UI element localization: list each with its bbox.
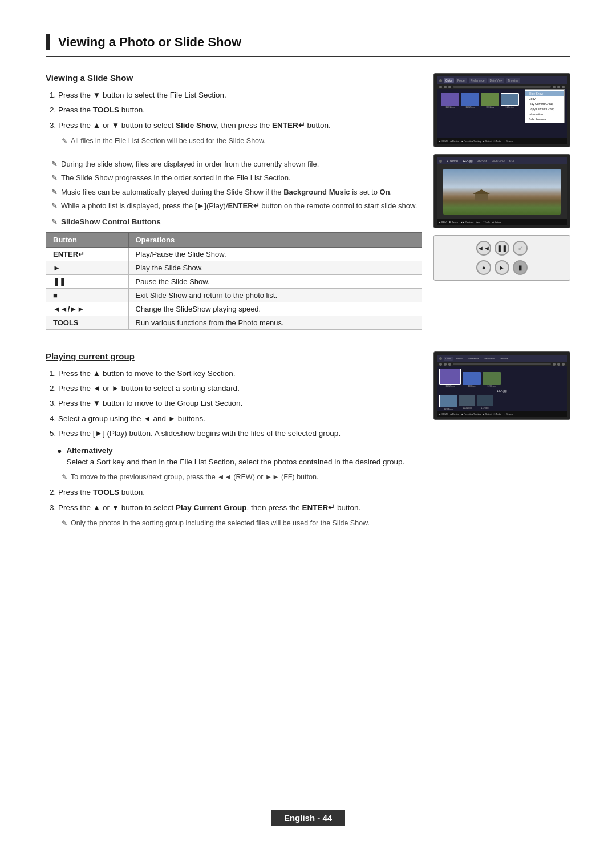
note1-text: During the slide show, files are display… (61, 159, 422, 170)
footer-badge: English - 44 (271, 810, 345, 826)
ss-bottom-item1: ■ HOME (439, 140, 448, 143)
slideshow-control-text: SlideShow Control Buttons (61, 216, 161, 228)
table-row: ■ Exit Slide Show and return to the phot… (46, 288, 422, 302)
ss-bottom-item3: ■ Favorites/Sorting (461, 140, 481, 143)
table-cell-op: Pause the Slide Show. (128, 274, 422, 288)
table-cell-op: Play the Slide Show. (128, 261, 422, 274)
ss-bottom-bar: ■ HOME ■ Device ■ Favorites/Sorting ■ Se… (437, 138, 567, 144)
table-cell-op: Play/Pause the Slide Show. (128, 247, 422, 261)
table-cell-btn: ❚❚ (46, 274, 129, 288)
section2-content: Playing current group Press the ▲ button… (46, 351, 422, 531)
alternatively-content: Alternatively Select a Sort key and then… (66, 445, 422, 468)
note2: ✎ The Slide Show progresses in the order… (51, 172, 422, 184)
table-cell-btn: TOOLS (46, 316, 129, 329)
ss-bottom-item2: ■ Device (451, 140, 460, 143)
context-menu-play-group: Play Current Group (525, 101, 564, 106)
title-accent (46, 34, 50, 50)
rc-dot-btn: ● (476, 260, 491, 275)
ss2-inner: Color Folder Preference Date View Timeli… (437, 355, 567, 417)
ss-dot1 (439, 79, 442, 82)
page-title-bar: Viewing a Photo or Slide Show (46, 34, 570, 57)
note-icon: ✎ (62, 136, 67, 146)
context-menu-info: Information (525, 111, 564, 116)
ss2-bottom-bar: ■ HOME ■ Device ■ Favorites/Sorting ■ Se… (437, 411, 567, 417)
table-row: ► Play the Slide Show. (46, 261, 422, 274)
table-cell-btn: ► (46, 261, 129, 274)
section2-step3b: Press the ▲ or ▼ button to select Play C… (58, 502, 422, 514)
note3-icon: ✎ (51, 187, 58, 198)
ss-bottom-item6: ↩ Return (504, 140, 513, 143)
step3b-note-icon: ✎ (62, 518, 67, 528)
context-menu-copy: Copy (525, 96, 564, 101)
ss-tab-folder: Folder (456, 78, 467, 83)
photo-browser2-screenshot: Color Folder Preference Date View Timeli… (433, 351, 570, 420)
table-row: ❚❚ Pause the Slide Show. (46, 274, 422, 288)
alt-note-icon: ✎ (62, 472, 67, 482)
ss-topbar: Color Folder Preference Date View Timeli… (437, 76, 567, 84)
slideshow-control-label: ✎ SlideShow Control Buttons (51, 216, 422, 228)
note2-text: The Slide Show progresses in the order s… (61, 172, 422, 184)
section2-step2: Press the ◄ or ► button to select a sort… (58, 383, 422, 394)
table-cell-btn: ENTER↵ (46, 247, 129, 261)
step3-note: ✎ All files in the File List Section wil… (62, 136, 422, 147)
table-cell-op: Exit Slide Show and return to the photo … (128, 288, 422, 302)
bullet-icon: ● (57, 445, 62, 457)
slideshow-control-icon: ✎ (51, 216, 58, 228)
ss-tab-color: Color (444, 78, 454, 83)
note2-icon: ✎ (51, 172, 58, 184)
ss-thumb1 (441, 93, 459, 106)
note4-icon: ✎ (51, 200, 58, 212)
ss-thumb2 (461, 93, 479, 106)
note4-text: While a photo list is displayed, press t… (61, 200, 422, 212)
rc-pause-btn: ❚❚ (495, 241, 509, 256)
step2: Press the TOOLS button. (58, 104, 422, 116)
step3b-note-text: Only the photos in the sorting group inc… (71, 518, 422, 529)
section1-content: Viewing a Slide Show Press the ▼ button … (46, 73, 422, 334)
note4: ✎ While a photo list is displayed, press… (51, 200, 422, 212)
section2-step2b: Press the TOOLS button. (58, 487, 422, 498)
section2-step1: Press the ▲ button to move to the Sort k… (58, 368, 422, 379)
ss2-bottom-item5: □ Tools (494, 413, 501, 415)
table-cell-btn: ◄◄/►► (46, 302, 129, 316)
control-table: Button Operations ENTER↵ Play/Pause the … (46, 232, 422, 330)
ss2-bottom-item6: ↩ Return (504, 413, 513, 415)
ss-tab-preference: Preference (469, 78, 486, 83)
page: Viewing a Photo or Slide Show Viewing a … (0, 0, 616, 849)
slideshow-view-screenshot: ► Normal 1234.jpg 380×165 2008/12/02 5/1… (433, 154, 570, 228)
note1: ✎ During the slide show, files are displ… (51, 159, 422, 170)
note3-text: Music files can be automatically played … (61, 187, 422, 198)
footer: English - 44 (0, 810, 616, 826)
section1-title: Viewing a Slide Show (46, 73, 422, 83)
section2-step4: Select a group using the ◄ and ► buttons… (58, 413, 422, 424)
photo-browser-screenshot: Color Folder Preference Date View Timeli… (433, 73, 570, 147)
note3: ✎ Music files can be automatically playe… (51, 187, 422, 198)
alternatively-item: ● Alternatively Select a Sort key and th… (57, 445, 422, 468)
rc-rewind-btn: ◄◄ (476, 241, 491, 256)
table-cell-op: Run various functions from the Photo men… (128, 316, 422, 329)
section-playing-group: Playing current group Press the ▲ button… (46, 351, 570, 531)
ss-tab-timeline: Timeline (506, 78, 520, 83)
table-cell-btn: ■ (46, 288, 129, 302)
ss-bottom-item4: ■ Select (483, 140, 492, 143)
table-cell-op: Change the SlideShow playing speed. (128, 302, 422, 316)
step1: Press the ▼ button to select the File Li… (58, 90, 422, 101)
ss-tab-dateview: Date View (488, 78, 505, 83)
alt-note: ✎ To move to the previous/next group, pr… (62, 472, 422, 483)
step3b-note: ✎ Only the photos in the sorting group i… (62, 518, 422, 529)
rc-play-btn: ► (495, 260, 509, 275)
remote-controls-screenshot: ◄◄ ❚❚ ↙ ● ► ▮ (433, 235, 570, 281)
context-menu-safe: Safe Remove (525, 116, 564, 122)
section2-steps: Press the ▲ button to move to the Sort k… (46, 368, 422, 439)
context-menu-copy-group: Copy Current Group (525, 106, 564, 111)
ss2-bottom-item2: ■ Device (451, 413, 460, 415)
page-title: Viewing a Photo or Slide Show (58, 35, 241, 50)
section1-steps: Press the ▼ button to select the File Li… (46, 90, 422, 131)
step3: Press the ▲ or ▼ button to select Slide … (58, 120, 422, 131)
section1-images: Color Folder Preference Date View Timeli… (433, 73, 570, 334)
table-header-button: Button (46, 232, 129, 247)
ss-thumb4 (501, 93, 519, 106)
ss2-bottom-item4: ■ Select (483, 413, 492, 415)
section2-images: Color Folder Preference Date View Timeli… (433, 351, 570, 531)
section-viewing-slideshow: Viewing a Slide Show Press the ▼ button … (46, 73, 570, 334)
rc-ff-btn: ▮ (513, 260, 528, 275)
